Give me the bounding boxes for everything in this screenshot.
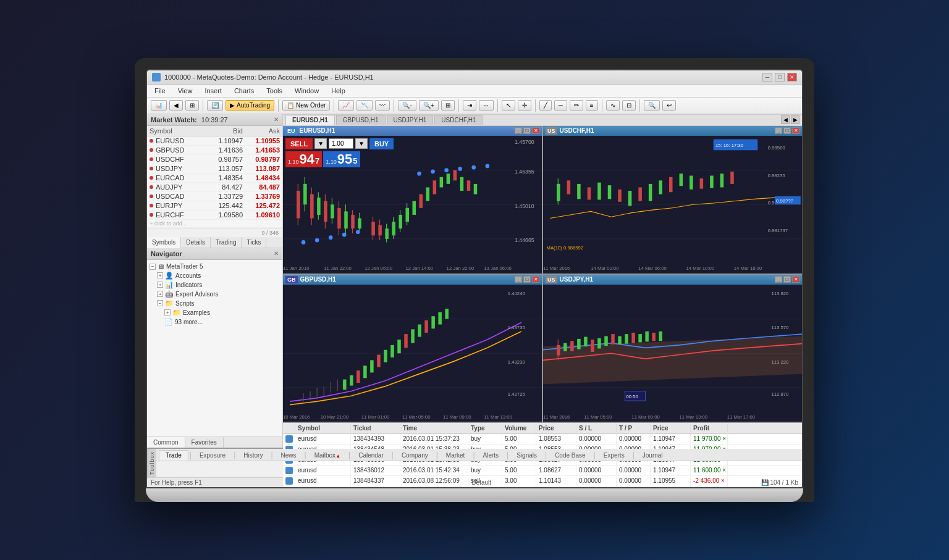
market-row[interactable]: AUDJPY 84.427 84.487 <box>147 183 282 192</box>
menu-help[interactable]: Help <box>329 86 348 96</box>
market-row[interactable]: EURJPY 125.442 125.472 <box>147 201 282 211</box>
toolbar-btn-2[interactable]: ◀ <box>169 100 183 111</box>
menu-tools[interactable]: Tools <box>264 86 285 96</box>
chart-scroll-right[interactable]: ▶ <box>791 115 799 124</box>
toolbar-template-btn[interactable]: ⊡ <box>622 100 636 111</box>
new-order-button[interactable]: 📋 New Order <box>282 100 330 111</box>
toolbar-line-btn[interactable]: ╱ <box>539 100 552 111</box>
market-row[interactable]: USDCAD 1.33729 1.33769 <box>147 192 282 201</box>
nav-item-accounts[interactable]: + 👤 Accounts <box>150 271 280 280</box>
toolbox-tab-experts[interactable]: Experts <box>597 450 631 461</box>
market-watch-close[interactable]: ✕ <box>274 116 279 123</box>
eurusd-minimize[interactable]: _ <box>515 127 522 134</box>
buy-button[interactable]: BUY <box>369 138 394 149</box>
toolbar-indicator-btn[interactable]: ∿ <box>606 100 620 111</box>
tab-symbols[interactable]: Symbols <box>147 237 181 248</box>
toolbox-tab-trade[interactable]: Trade <box>159 450 188 461</box>
lot-dropdown[interactable]: ▼ <box>355 138 368 149</box>
toolbar-period-btn[interactable]: ≡ <box>586 100 598 111</box>
chart-tab-usdjpy[interactable]: USDJPY,H1 <box>387 115 434 125</box>
undo-button[interactable]: ↩ <box>662 100 676 111</box>
toolbar-chart-btn-3[interactable]: 〰 <box>375 100 390 111</box>
nav-item-more[interactable]: 📄 93 more... <box>150 317 280 327</box>
navigator-close[interactable]: ✕ <box>274 250 279 257</box>
lot-input[interactable] <box>329 138 353 149</box>
nav-expand-accounts[interactable]: + <box>157 272 163 278</box>
toolbar-btn-refresh[interactable]: 🔄 <box>207 100 223 111</box>
toolbox-tab-mailbox[interactable]: Mailbox▲ <box>308 450 347 461</box>
usdjpy-restore[interactable]: □ <box>783 276 791 283</box>
toolbar-scroll-btn[interactable]: ↔ <box>479 100 494 111</box>
toolbar-draw-btn[interactable]: ✏ <box>570 100 583 111</box>
nav-item-experts[interactable]: + 🤖 Expert Advisors <box>150 290 280 299</box>
chart-scroll-left[interactable]: ◀ <box>781 115 790 124</box>
market-row[interactable]: EURCHF 1.09580 1.09610 <box>147 211 282 220</box>
market-row[interactable]: USDJPY 113.057 113.087 <box>147 164 282 173</box>
chart-tab-eurusd[interactable]: EURUSD,H1 <box>285 115 335 125</box>
eurusd-restore[interactable]: □ <box>523 127 531 134</box>
gbpusd-restore[interactable]: □ <box>523 276 531 283</box>
usdchf-minimize[interactable]: _ <box>775 127 782 134</box>
nav-item-examples[interactable]: + 📁 Examples <box>150 308 280 317</box>
toolbox-tab-history[interactable]: History <box>237 450 269 461</box>
toolbar-cursor-btn[interactable]: ↖ <box>502 100 515 111</box>
nav-item-metatrader[interactable]: − 🖥 MetaTrader 5 <box>150 262 280 271</box>
usdjpy-minimize[interactable]: _ <box>775 276 782 283</box>
maximize-button[interactable]: □ <box>775 73 785 81</box>
nav-expand-metatrader[interactable]: − <box>150 264 156 270</box>
toolbox-tab-calendar[interactable]: Calendar <box>352 450 390 461</box>
toolbar-btn-1[interactable]: 📊 <box>151 100 167 111</box>
menu-charts[interactable]: Charts <box>232 86 256 96</box>
autotrading-button[interactable]: ▶ AutoTrading <box>226 100 274 111</box>
toolbox-tab-market[interactable]: Market <box>439 450 472 461</box>
search-button[interactable]: 🔍 <box>644 100 660 111</box>
nav-item-indicators[interactable]: + 📊 Indicators <box>150 280 280 290</box>
toolbox-tab-exposure[interactable]: Exposure <box>193 450 232 461</box>
toolbox-tab-journal[interactable]: Journal <box>636 450 670 461</box>
tab-trading[interactable]: Trading <box>211 237 242 248</box>
toolbar-chart-btn-1[interactable]: 📈 <box>338 100 354 111</box>
toolbar-nav-btn[interactable]: ⇥ <box>463 100 476 111</box>
order-type-dropdown[interactable]: ▼ <box>314 138 327 149</box>
nav-expand-indicators[interactable]: + <box>157 282 163 288</box>
close-button[interactable]: ✕ <box>787 73 797 81</box>
toolbar-chart-btn-2[interactable]: 📉 <box>356 100 373 111</box>
toolbox-tab-news[interactable]: News <box>274 450 303 461</box>
eurusd-close[interactable]: ✕ <box>532 127 539 134</box>
chart-tab-gbpusd[interactable]: GBPUSD,H1 <box>336 115 386 125</box>
gbpusd-close[interactable]: ✕ <box>532 276 539 283</box>
nav-tab-common[interactable]: Common <box>147 437 185 448</box>
toolbar-hline-btn[interactable]: ─ <box>554 100 567 111</box>
sell-button[interactable]: SELL <box>285 138 313 149</box>
menu-view[interactable]: View <box>175 86 195 96</box>
zoom-out-button[interactable]: 🔍- <box>398 100 416 111</box>
market-row[interactable]: GBPUSD 1.41636 1.41653 <box>147 146 282 155</box>
market-row[interactable]: EURCAD 1.48354 1.48434 <box>147 173 282 183</box>
nav-tab-favorites[interactable]: Favorites <box>185 437 224 448</box>
nav-expand-scripts[interactable]: − <box>157 300 163 306</box>
market-row[interactable]: EURUSD 1.10947 1.10955 <box>147 136 282 146</box>
toolbar-grid-btn[interactable]: ⊞ <box>441 100 455 111</box>
toolbox-label[interactable]: Toolbox <box>147 449 156 477</box>
chart-tab-usdchf[interactable]: USDCHF,H1 <box>434 115 483 125</box>
market-row[interactable]: USDCHF 0.98757 0.98797 <box>147 155 282 164</box>
zoom-in-button[interactable]: 🔍+ <box>419 100 439 111</box>
tab-details[interactable]: Details <box>181 237 211 248</box>
nav-expand-experts[interactable]: + <box>157 291 163 297</box>
toolbox-tab-alerts[interactable]: Alerts <box>476 450 506 461</box>
toolbox-tab-codebase[interactable]: Code Base <box>548 450 592 461</box>
minimize-button[interactable]: ─ <box>762 73 772 81</box>
toolbox-tab-signals[interactable]: Signals <box>510 450 544 461</box>
usdchf-restore[interactable]: □ <box>783 127 791 134</box>
nav-item-scripts[interactable]: − 📁 Scripts <box>150 299 280 308</box>
toolbox-tab-company[interactable]: Company <box>395 450 435 461</box>
usdchf-close[interactable]: ✕ <box>792 127 799 134</box>
toolbar-crosshair-btn[interactable]: ✛ <box>518 100 531 111</box>
usdjpy-close[interactable]: ✕ <box>792 276 799 283</box>
toolbar-btn-3[interactable]: ⊞ <box>185 100 199 111</box>
menu-insert[interactable]: Insert <box>202 86 224 96</box>
nav-expand-examples[interactable]: + <box>164 309 171 316</box>
menu-window[interactable]: Window <box>292 86 321 96</box>
market-watch-add[interactable]: + click to add... <box>147 220 282 228</box>
gbpusd-minimize[interactable]: _ <box>515 276 522 283</box>
